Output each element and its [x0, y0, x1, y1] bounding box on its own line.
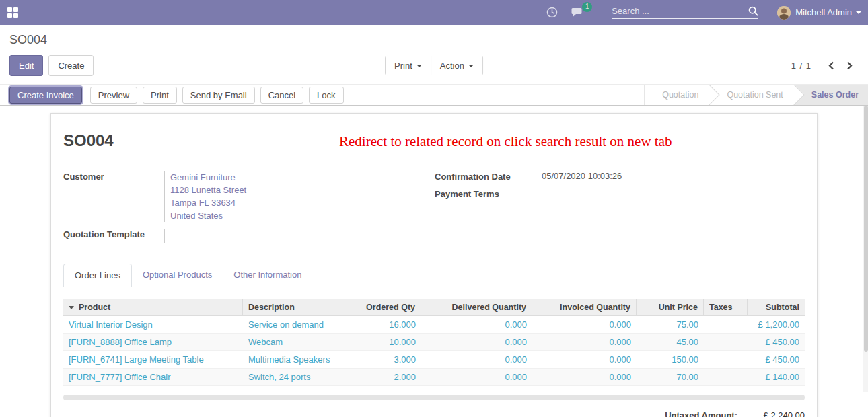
cell-delivered-quantity: 0.000 [421, 334, 532, 350]
status-steps: Quotation Quotation Sent Sales Order [644, 85, 868, 105]
column-header-delivered-quantity[interactable]: Delivered Quantity [421, 299, 532, 315]
cell-product: [FURN_8888] Office Lamp [63, 334, 243, 350]
customer-value[interactable]: Gemini Furniture 1128 Lunetta Street Tam… [164, 171, 435, 222]
apps-menu-icon[interactable] [7, 7, 18, 18]
table-horizontal-scrollbar[interactable] [63, 395, 805, 400]
cell-product: [FURN_7777] Office Chair [63, 369, 243, 385]
cell-ordered-qty: 10.000 [347, 334, 421, 350]
column-header-description[interactable]: Description [243, 299, 347, 315]
cell-invoiced-quantity: 0.000 [532, 334, 637, 350]
global-search [612, 6, 758, 19]
chevron-down-icon [417, 65, 422, 67]
cell-invoiced-quantity: 0.000 [532, 316, 637, 333]
cell-unit-price: 70.00 [637, 369, 704, 385]
preview-button[interactable]: Preview [90, 87, 137, 104]
customer-label: Customer [63, 171, 164, 222]
scrollbar-thumb[interactable] [864, 106, 868, 352]
column-header-product[interactable]: Product [63, 299, 243, 315]
tab-optional-products[interactable]: Optional Products [132, 264, 223, 287]
record-pager: 1 / 1 [791, 59, 859, 73]
search-icon[interactable] [748, 6, 758, 16]
user-menu[interactable]: Mitchell Admin [777, 6, 861, 20]
untaxed-amount-value: £ 2,240.00 [737, 410, 805, 417]
column-header-taxes[interactable]: Taxes [704, 299, 748, 315]
column-header-unit-price[interactable]: Unit Price [637, 299, 704, 315]
column-header-invoiced-quantity[interactable]: Invoiced Quantity [532, 299, 637, 315]
chevron-down-icon [468, 65, 474, 67]
content-vertical-scrollbar[interactable] [863, 106, 868, 392]
chevron-down-icon [856, 11, 861, 14]
field-groups: Customer Gemini Furniture 1128 Lunetta S… [63, 171, 805, 246]
annotation-note: Redirect to related record on click sear… [339, 133, 672, 150]
lock-button[interactable]: Lock [309, 87, 343, 104]
status-step-sales-order[interactable]: Sales Order [794, 85, 868, 105]
tab-order-lines[interactable]: Order Lines [63, 264, 132, 287]
odoo-app-window: 1 Mitchell Admin SO004 Edit Create Print [0, 0, 868, 417]
form-view-content: SO004 Redirect to related record on clic… [0, 106, 868, 392]
search-input[interactable] [612, 6, 748, 16]
cell-subtotal: £ 450.00 [748, 334, 805, 350]
column-header-ordered-qty[interactable]: Ordered Qty [347, 299, 421, 315]
messages-icon[interactable]: 1 [571, 7, 585, 18]
confirmation-date-label: Confirmation Date [435, 171, 536, 185]
cell-subtotal: £ 1,200.00 [748, 316, 805, 333]
create-invoice-button[interactable]: Create Invoice [9, 87, 82, 104]
sort-caret-icon [69, 306, 74, 309]
table-row[interactable]: [FURN_6741] Large Meeting Table Multimed… [63, 351, 805, 369]
cell-product: [FURN_6741] Large Meeting Table [63, 351, 243, 368]
cell-taxes [704, 316, 748, 333]
action-dropdown[interactable]: Action [431, 56, 482, 75]
cell-unit-price: 45.00 [637, 334, 704, 350]
cell-unit-price: 150.00 [637, 351, 704, 368]
quotation-template-value[interactable] [164, 229, 435, 243]
print-dropdown[interactable]: Print [386, 56, 431, 75]
statusbar: Create Invoice Preview Print Send by Ema… [0, 84, 868, 106]
table-row[interactable]: [FURN_8888] Office Lamp Webcam 10.000 0.… [63, 334, 805, 351]
sales-order-sheet: SO004 Redirect to related record on clic… [50, 113, 818, 417]
cell-taxes [704, 351, 748, 368]
breadcrumb: SO004 [9, 33, 859, 47]
print-button[interactable]: Print [143, 87, 177, 104]
payment-terms-value[interactable] [536, 188, 805, 202]
cell-subtotal: £ 450.00 [748, 351, 805, 368]
cell-taxes [704, 334, 748, 350]
edit-button[interactable]: Edit [9, 55, 43, 76]
confirmation-date-value[interactable]: 05/07/2020 10:03:26 [536, 171, 805, 185]
order-totals: Untaxed Amount: £ 2,240.00 [63, 410, 805, 417]
table-header: Product Description Ordered Qty Delivere… [63, 299, 805, 316]
create-button[interactable]: Create [48, 55, 94, 76]
cell-invoiced-quantity: 0.000 [532, 351, 637, 368]
control-panel-buttons: Edit Create Print Action 1 / 1 [9, 55, 859, 76]
table-row[interactable]: [FURN_7777] Office Chair Switch, 24 port… [63, 369, 805, 386]
tab-other-information[interactable]: Other Information [223, 264, 312, 287]
order-lines-table: Product Description Ordered Qty Delivere… [63, 299, 805, 400]
table-row[interactable]: Virtual Interior Design Service on deman… [63, 316, 805, 334]
send-by-email-button[interactable]: Send by Email [182, 87, 255, 104]
user-name: Mitchell Admin [795, 7, 852, 17]
activities-clock-icon[interactable] [546, 7, 558, 18]
cell-unit-price: 75.00 [637, 316, 704, 333]
cell-delivered-quantity: 0.000 [421, 316, 532, 333]
control-panel: SO004 Edit Create Print Action 1 / 1 [0, 25, 868, 76]
pager-count: 1 / 1 [791, 61, 811, 71]
cell-description: Switch, 24 ports [243, 369, 347, 385]
cell-delivered-quantity: 0.000 [421, 369, 532, 385]
cell-taxes [704, 369, 748, 385]
cell-delivered-quantity: 0.000 [421, 351, 532, 368]
cell-description: Webcam [243, 334, 347, 350]
cell-invoiced-quantity: 0.000 [532, 369, 637, 385]
cancel-button[interactable]: Cancel [260, 87, 303, 104]
pager-next-icon[interactable] [840, 59, 859, 73]
quotation-template-label: Quotation Template [63, 229, 164, 243]
notebook-tabs: Order Lines Optional Products Other Info… [63, 264, 805, 287]
cell-ordered-qty: 16.000 [347, 316, 421, 333]
pager-previous-icon[interactable] [822, 59, 840, 73]
user-avatar [777, 6, 791, 20]
status-step-quotation[interactable]: Quotation [644, 85, 709, 105]
status-step-quotation-sent[interactable]: Quotation Sent [709, 85, 793, 105]
top-navbar: 1 Mitchell Admin [0, 0, 868, 25]
cell-ordered-qty: 3.000 [347, 351, 421, 368]
untaxed-amount-label: Untaxed Amount: [665, 410, 737, 417]
column-header-subtotal[interactable]: Subtotal [748, 299, 805, 315]
cell-description: Multimedia Speakers [243, 351, 347, 368]
